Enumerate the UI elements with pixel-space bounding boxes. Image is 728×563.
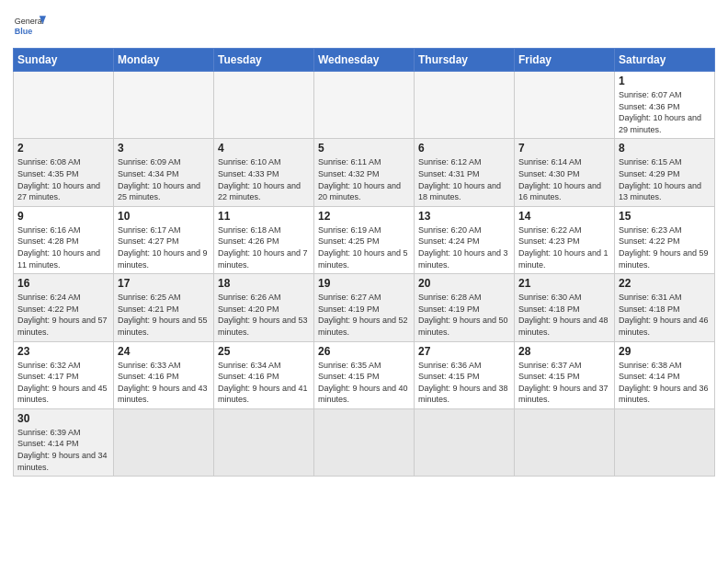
day-info: Sunrise: 6:14 AM Sunset: 4:30 PM Dayligh… (518, 156, 610, 202)
day-number: 17 (118, 277, 210, 290)
calendar-week-row: 30Sunrise: 6:39 AM Sunset: 4:14 PM Dayli… (14, 408, 715, 476)
calendar-day-cell: 28Sunrise: 6:37 AM Sunset: 4:15 PM Dayli… (515, 341, 615, 408)
calendar-day-cell (515, 408, 615, 476)
calendar-day-cell: 13Sunrise: 6:20 AM Sunset: 4:24 PM Dayli… (415, 206, 515, 273)
day-number: 28 (518, 345, 610, 358)
svg-text:Blue: Blue (15, 27, 33, 36)
calendar-day-cell (114, 72, 214, 139)
calendar-table: Sunday Monday Tuesday Wednesday Thursday… (13, 48, 715, 477)
calendar-week-row: 9Sunrise: 6:16 AM Sunset: 4:28 PM Daylig… (14, 206, 715, 273)
generalblue-logo-icon: General Blue (13, 9, 46, 42)
day-info: Sunrise: 6:33 AM Sunset: 4:16 PM Dayligh… (118, 360, 210, 406)
day-number: 1 (619, 75, 711, 87)
calendar-day-cell: 25Sunrise: 6:34 AM Sunset: 4:16 PM Dayli… (214, 341, 314, 408)
calendar-day-cell: 9Sunrise: 6:16 AM Sunset: 4:28 PM Daylig… (14, 206, 114, 273)
day-info: Sunrise: 6:09 AM Sunset: 4:34 PM Dayligh… (118, 156, 210, 202)
calendar-day-cell: 16Sunrise: 6:24 AM Sunset: 4:22 PM Dayli… (14, 274, 114, 341)
calendar-day-cell: 2Sunrise: 6:08 AM Sunset: 4:35 PM Daylig… (14, 139, 114, 206)
col-saturday: Saturday (615, 49, 715, 72)
calendar-day-cell: 14Sunrise: 6:22 AM Sunset: 4:23 PM Dayli… (515, 206, 615, 273)
day-info: Sunrise: 6:38 AM Sunset: 4:14 PM Dayligh… (619, 360, 711, 406)
calendar-day-cell: 12Sunrise: 6:19 AM Sunset: 4:25 PM Dayli… (314, 206, 415, 273)
day-number: 19 (318, 277, 410, 290)
day-number: 26 (318, 345, 410, 358)
calendar-day-cell: 29Sunrise: 6:38 AM Sunset: 4:14 PM Dayli… (615, 341, 715, 408)
day-info: Sunrise: 6:22 AM Sunset: 4:23 PM Dayligh… (518, 224, 610, 270)
calendar-day-cell: 8Sunrise: 6:15 AM Sunset: 4:29 PM Daylig… (615, 139, 715, 206)
day-number: 24 (118, 345, 210, 358)
day-number: 22 (619, 277, 711, 290)
calendar-day-cell: 30Sunrise: 6:39 AM Sunset: 4:14 PM Dayli… (14, 408, 114, 476)
day-info: Sunrise: 6:35 AM Sunset: 4:15 PM Dayligh… (318, 360, 410, 406)
day-number: 10 (118, 210, 210, 223)
calendar-day-cell: 6Sunrise: 6:12 AM Sunset: 4:31 PM Daylig… (415, 139, 515, 206)
day-number: 11 (218, 210, 310, 223)
col-thursday: Thursday (415, 49, 515, 72)
day-info: Sunrise: 6:12 AM Sunset: 4:31 PM Dayligh… (418, 156, 510, 202)
calendar-day-cell: 10Sunrise: 6:17 AM Sunset: 4:27 PM Dayli… (114, 206, 214, 273)
calendar-day-cell: 22Sunrise: 6:31 AM Sunset: 4:18 PM Dayli… (615, 274, 715, 341)
day-number: 25 (218, 345, 310, 358)
calendar-day-cell: 7Sunrise: 6:14 AM Sunset: 4:30 PM Daylig… (515, 139, 615, 206)
day-info: Sunrise: 6:19 AM Sunset: 4:25 PM Dayligh… (318, 224, 410, 270)
calendar-day-cell: 19Sunrise: 6:27 AM Sunset: 4:19 PM Dayli… (314, 274, 415, 341)
day-info: Sunrise: 6:15 AM Sunset: 4:29 PM Dayligh… (619, 156, 711, 202)
day-number: 29 (619, 345, 711, 358)
calendar-day-cell: 15Sunrise: 6:23 AM Sunset: 4:22 PM Dayli… (615, 206, 715, 273)
calendar-day-cell (114, 408, 214, 476)
calendar-day-cell: 21Sunrise: 6:30 AM Sunset: 4:18 PM Dayli… (515, 274, 615, 341)
day-info: Sunrise: 6:20 AM Sunset: 4:24 PM Dayligh… (418, 224, 510, 270)
day-number: 13 (418, 210, 510, 223)
calendar-day-cell: 3Sunrise: 6:09 AM Sunset: 4:34 PM Daylig… (114, 139, 214, 206)
day-info: Sunrise: 6:27 AM Sunset: 4:19 PM Dayligh… (318, 292, 410, 338)
calendar-day-cell (415, 72, 515, 139)
day-number: 18 (218, 277, 310, 290)
day-number: 16 (17, 277, 109, 290)
day-number: 14 (518, 210, 610, 223)
day-info: Sunrise: 6:39 AM Sunset: 4:14 PM Dayligh… (17, 427, 109, 473)
day-info: Sunrise: 6:32 AM Sunset: 4:17 PM Dayligh… (17, 360, 109, 406)
day-info: Sunrise: 6:31 AM Sunset: 4:18 PM Dayligh… (619, 292, 711, 338)
day-info: Sunrise: 6:28 AM Sunset: 4:19 PM Dayligh… (418, 292, 510, 338)
page: General Blue Sunday Monday Tuesday Wedne… (0, 0, 728, 563)
calendar-week-row: 23Sunrise: 6:32 AM Sunset: 4:17 PM Dayli… (14, 341, 715, 408)
calendar-day-cell: 4Sunrise: 6:10 AM Sunset: 4:33 PM Daylig… (214, 139, 314, 206)
calendar-day-cell: 1Sunrise: 6:07 AM Sunset: 4:36 PM Daylig… (615, 72, 715, 139)
col-tuesday: Tuesday (214, 49, 314, 72)
day-info: Sunrise: 6:36 AM Sunset: 4:15 PM Dayligh… (418, 360, 510, 406)
calendar-day-cell (314, 72, 415, 139)
calendar-day-cell: 11Sunrise: 6:18 AM Sunset: 4:26 PM Dayli… (214, 206, 314, 273)
col-wednesday: Wednesday (314, 49, 415, 72)
day-number: 2 (17, 142, 109, 155)
day-info: Sunrise: 6:24 AM Sunset: 4:22 PM Dayligh… (17, 292, 109, 338)
day-number: 3 (118, 142, 210, 155)
day-number: 6 (418, 142, 510, 155)
calendar-day-cell: 27Sunrise: 6:36 AM Sunset: 4:15 PM Dayli… (415, 341, 515, 408)
day-info: Sunrise: 6:23 AM Sunset: 4:22 PM Dayligh… (619, 224, 711, 270)
day-info: Sunrise: 6:17 AM Sunset: 4:27 PM Dayligh… (118, 224, 210, 270)
calendar-day-cell (314, 408, 415, 476)
calendar-day-cell: 24Sunrise: 6:33 AM Sunset: 4:16 PM Dayli… (114, 341, 214, 408)
calendar-day-cell: 23Sunrise: 6:32 AM Sunset: 4:17 PM Dayli… (14, 341, 114, 408)
col-sunday: Sunday (14, 49, 114, 72)
calendar-day-cell: 20Sunrise: 6:28 AM Sunset: 4:19 PM Dayli… (415, 274, 515, 341)
day-number: 30 (17, 412, 109, 425)
calendar-day-cell (214, 72, 314, 139)
day-info: Sunrise: 6:16 AM Sunset: 4:28 PM Dayligh… (17, 224, 109, 270)
calendar-day-cell (214, 408, 314, 476)
day-info: Sunrise: 6:26 AM Sunset: 4:20 PM Dayligh… (218, 292, 310, 338)
day-number: 9 (17, 210, 109, 223)
day-info: Sunrise: 6:08 AM Sunset: 4:35 PM Dayligh… (17, 156, 109, 202)
day-info: Sunrise: 6:37 AM Sunset: 4:15 PM Dayligh… (518, 360, 610, 406)
day-info: Sunrise: 6:25 AM Sunset: 4:21 PM Dayligh… (118, 292, 210, 338)
day-number: 5 (318, 142, 410, 155)
calendar-day-cell: 5Sunrise: 6:11 AM Sunset: 4:32 PM Daylig… (314, 139, 415, 206)
calendar-week-row: 2Sunrise: 6:08 AM Sunset: 4:35 PM Daylig… (14, 139, 715, 206)
logo: General Blue (13, 9, 46, 42)
day-number: 20 (418, 277, 510, 290)
day-info: Sunrise: 6:11 AM Sunset: 4:32 PM Dayligh… (318, 156, 410, 202)
calendar-day-cell (615, 408, 715, 476)
col-friday: Friday (515, 49, 615, 72)
calendar-day-cell: 17Sunrise: 6:25 AM Sunset: 4:21 PM Dayli… (114, 274, 214, 341)
calendar-day-cell: 18Sunrise: 6:26 AM Sunset: 4:20 PM Dayli… (214, 274, 314, 341)
